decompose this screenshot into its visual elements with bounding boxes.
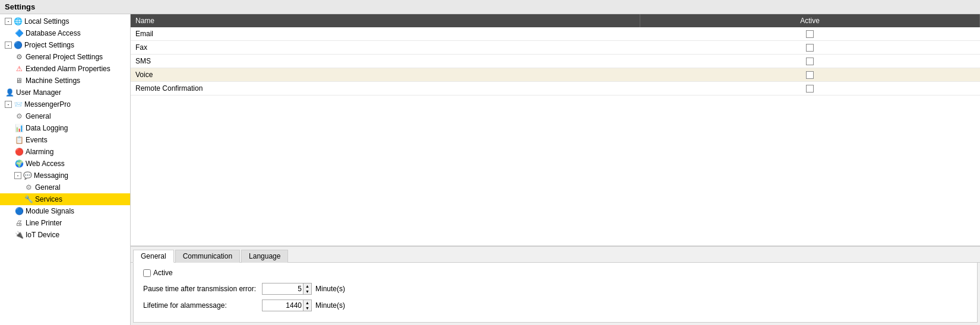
expander-messaging[interactable]: - <box>14 172 21 179</box>
sidebar-item-general-messaging[interactable]: ⚙ General <box>0 181 130 193</box>
sidebar-item-general-msg[interactable]: ⚙ General <box>0 110 130 122</box>
sidebar-item-messaging[interactable]: - 💬 Messaging <box>0 170 130 181</box>
sidebar-item-project-settings[interactable]: - 🔵 Project Settings <box>0 39 130 51</box>
sidebar-item-services[interactable]: 🔧 Services <box>0 193 130 205</box>
pause-input[interactable]: 5 <box>262 283 304 295</box>
sidebar-label-iot-device: IoT Device <box>26 231 59 239</box>
tab-communication[interactable]: Communication <box>175 250 240 263</box>
title-bar: Settings <box>0 0 980 14</box>
main-layout: - 🌐 Local Settings 🔷 Database Access - 🔵… <box>0 14 980 325</box>
sidebar-item-local-settings[interactable]: - 🌐 Local Settings <box>0 15 130 27</box>
sidebar-label-general-msg: General <box>26 112 51 120</box>
tab-content-general: Active Pause time after transmission err… <box>133 263 978 323</box>
sidebar-item-extended-alarm[interactable]: ⚠ Extended Alarm Properties <box>0 63 130 75</box>
pause-row: Pause time after transmission error: 5 ▲… <box>143 283 968 295</box>
sidebar-item-line-printer[interactable]: 🖨 Line Printer <box>0 217 130 229</box>
alarm-icon-ea: ⚠ <box>14 64 24 74</box>
sidebar-label-machine-settings: Machine Settings <box>26 77 80 85</box>
table-row: SMS <box>131 55 980 68</box>
iot-icon: 🔌 <box>14 230 24 240</box>
checkbox-remote-confirm[interactable] <box>806 85 814 93</box>
sidebar-item-general-project[interactable]: ⚙ General Project Settings <box>0 51 130 63</box>
table-row: Voice <box>131 68 980 82</box>
sidebar-label-general-messaging: General <box>35 183 61 192</box>
lifetime-input-wrapper: 1440 ▲ ▼ Minute(s) <box>262 299 345 311</box>
web-icon: 🌍 <box>14 159 24 168</box>
lifetime-input[interactable]: 1440 <box>262 299 304 311</box>
row-active-email <box>640 27 980 41</box>
checkbox-fax[interactable] <box>806 44 814 52</box>
settings-icon: ⚙ <box>14 52 24 62</box>
expander-messenger-pro[interactable]: - <box>5 101 12 108</box>
sidebar-item-module-signals[interactable]: 🔵 Module Signals <box>0 205 130 217</box>
db-icon: 🔷 <box>14 28 24 38</box>
lifetime-label: Lifetime for alammessage: <box>143 301 262 310</box>
sidebar-label-web-access: Web Access <box>26 160 65 168</box>
module-icon: 🔵 <box>14 206 24 216</box>
machine-icon: 🖥 <box>14 76 24 85</box>
sidebar-item-machine-settings[interactable]: 🖥 Machine Settings <box>0 75 130 87</box>
app-container: Settings - 🌐 Local Settings 🔷 Database A… <box>0 0 980 325</box>
sidebar-item-data-logging[interactable]: 📊 Data Logging <box>0 122 130 134</box>
pause-input-wrapper: 5 ▲ ▼ Minute(s) <box>262 283 345 295</box>
row-name-email: Email <box>131 27 640 41</box>
expander-local-settings[interactable]: - <box>5 18 12 25</box>
sidebar: - 🌐 Local Settings 🔷 Database Access - 🔵… <box>0 14 131 325</box>
sidebar-item-events[interactable]: 📋 Events <box>0 134 130 146</box>
checkbox-sms[interactable] <box>806 58 814 65</box>
expander-project-settings[interactable]: - <box>5 42 12 49</box>
messenger-icon: 📨 <box>13 100 23 109</box>
printer-icon: 🖨 <box>14 218 24 228</box>
row-name-sms: SMS <box>131 55 640 68</box>
pause-spin-up[interactable]: ▲ <box>304 283 311 289</box>
events-icon: 📋 <box>14 135 24 145</box>
active-checkbox[interactable] <box>143 269 151 277</box>
table-row: Fax <box>131 41 980 55</box>
row-active-sms <box>640 55 980 68</box>
col-header-active: Active <box>640 14 980 27</box>
checkbox-voice[interactable] <box>806 71 814 79</box>
sidebar-label-messenger-pro: MessengerPro <box>24 100 71 109</box>
sidebar-label-local-settings: Local Settings <box>24 17 69 26</box>
row-name-voice: Voice <box>131 68 640 82</box>
user-icon: 👤 <box>5 88 14 97</box>
active-label: Active <box>153 269 173 277</box>
sidebar-item-user-manager[interactable]: 👤 User Manager <box>0 87 130 98</box>
row-active-fax <box>640 41 980 55</box>
pause-unit: Minute(s) <box>315 285 345 293</box>
tab-language[interactable]: Language <box>241 250 288 263</box>
sidebar-item-web-access[interactable]: 🌍 Web Access <box>0 158 130 170</box>
sidebar-label-general-project: General Project Settings <box>26 53 103 61</box>
general-messaging-icon: ⚙ <box>24 183 33 192</box>
lifetime-spin-up[interactable]: ▲ <box>304 300 311 305</box>
sidebar-label-data-logging: Data Logging <box>26 124 68 132</box>
row-name-fax: Fax <box>131 41 640 55</box>
pause-spin-down[interactable]: ▼ <box>304 289 311 294</box>
lifetime-unit: Minute(s) <box>315 301 345 310</box>
sidebar-item-database-access[interactable]: 🔷 Database Access <box>0 27 130 39</box>
tab-general[interactable]: General <box>133 250 174 263</box>
services-icon: 🔧 <box>24 195 33 204</box>
general-icon: ⚙ <box>14 111 24 121</box>
sidebar-label-database-access: Database Access <box>26 29 81 37</box>
sidebar-item-iot-device[interactable]: 🔌 IoT Device <box>0 229 130 241</box>
alarm-icon: 🔴 <box>14 147 24 157</box>
sidebar-label-project-settings: Project Settings <box>24 41 74 49</box>
checkbox-email[interactable] <box>806 30 814 38</box>
table-area: Name Active Email Fax <box>131 14 980 246</box>
sidebar-item-messenger-pro[interactable]: - 📨 MessengerPro <box>0 98 130 110</box>
sidebar-label-services: Services <box>35 195 62 203</box>
lifetime-spinbox-buttons: ▲ ▼ <box>304 299 312 311</box>
sidebar-item-alarming[interactable]: 🔴 Alarming <box>0 146 130 158</box>
globe-icon: 🌐 <box>13 17 23 26</box>
pause-label: Pause time after transmission error: <box>143 285 262 293</box>
sidebar-label-messaging: Messaging <box>34 171 68 180</box>
tabs-section: General Communication Language Active <box>131 246 980 325</box>
content-area: Name Active Email Fax <box>131 14 980 325</box>
lifetime-spin-down[interactable]: ▼ <box>304 305 311 311</box>
datalog-icon: 📊 <box>14 123 24 133</box>
row-name-remote-confirm: Remote Confirmation <box>131 82 640 95</box>
sidebar-label-line-printer: Line Printer <box>26 219 62 227</box>
pause-spinbox-buttons: ▲ ▼ <box>304 283 312 295</box>
sidebar-label-events: Events <box>26 136 48 144</box>
